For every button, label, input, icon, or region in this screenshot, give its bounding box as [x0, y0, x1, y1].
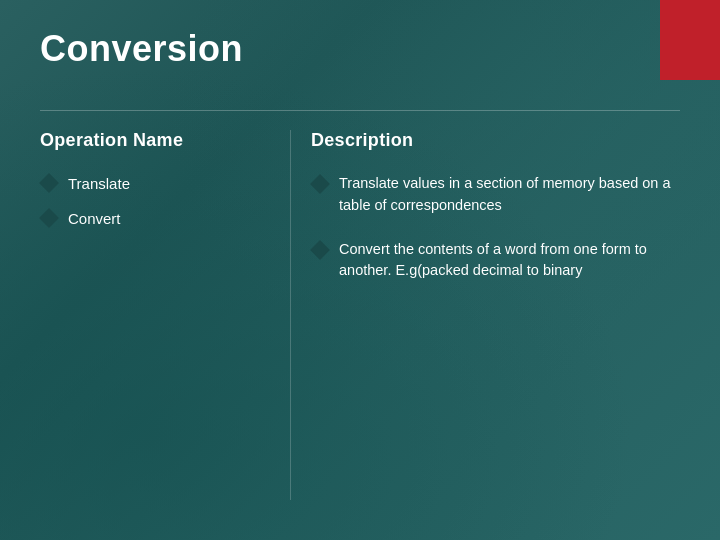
left-column-header: Operation Name [40, 130, 260, 151]
vertical-separator [290, 130, 291, 500]
slide: Conversion Operation Name Translate Conv… [0, 0, 720, 540]
operation-convert: Convert [68, 208, 121, 229]
bullet-icon-convert [40, 209, 58, 227]
description-convert: Convert the contents of a word from one … [339, 239, 680, 283]
slide-title: Conversion [40, 28, 243, 70]
bullet-icon-desc1 [311, 175, 329, 193]
bullet-icon-translate [40, 174, 58, 192]
content-table: Operation Name Translate Convert Descrip… [40, 130, 680, 500]
list-item: Translate values in a section of memory … [311, 173, 680, 217]
description-translate: Translate values in a section of memory … [339, 173, 680, 217]
operation-translate: Translate [68, 173, 130, 194]
list-item: Translate [40, 173, 260, 194]
accent-block [660, 0, 720, 80]
right-column-header: Description [311, 130, 680, 151]
divider [40, 110, 680, 111]
list-item: Convert the contents of a word from one … [311, 239, 680, 283]
bullet-icon-desc2 [311, 241, 329, 259]
operation-name-column: Operation Name Translate Convert [40, 130, 280, 500]
list-item: Convert [40, 208, 260, 229]
description-column: Description Translate values in a sectio… [301, 130, 680, 500]
